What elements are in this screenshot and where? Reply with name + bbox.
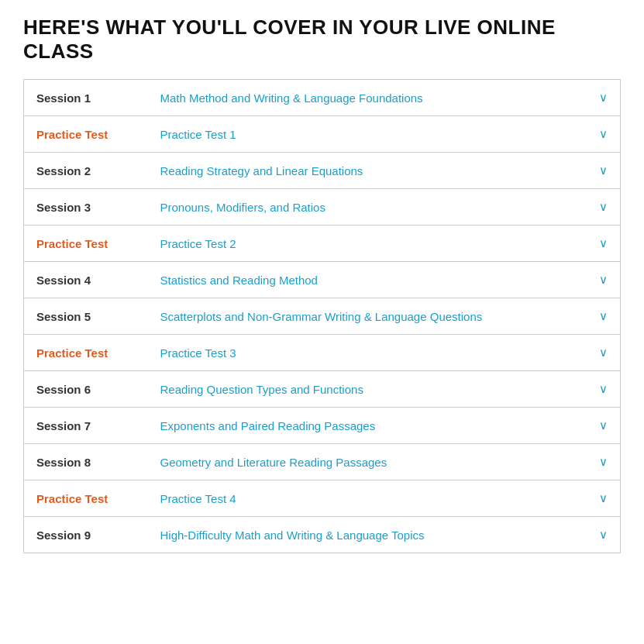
chevron-icon[interactable]: ∨: [587, 262, 621, 298]
row-content: Reading Question Types and Functions: [148, 371, 587, 408]
practice-label: Practice Test: [24, 226, 148, 262]
table-row[interactable]: Session 4Statistics and Reading Method∨: [24, 262, 621, 298]
page-heading: HERE'S WHAT YOU'LL COVER IN YOUR LIVE ON…: [23, 15, 621, 64]
row-content: Practice Test 3: [148, 335, 587, 371]
row-content: Geometry and Literature Reading Passages: [148, 444, 587, 480]
table-row[interactable]: Practice TestPractice Test 1∨: [24, 116, 621, 153]
row-content: Practice Test 2: [148, 226, 587, 262]
chevron-icon[interactable]: ∨: [587, 116, 621, 153]
row-content: Exponents and Paired Reading Passages: [148, 408, 587, 444]
session-label: Session 8: [24, 444, 148, 480]
chevron-icon[interactable]: ∨: [587, 298, 621, 335]
chevron-icon[interactable]: ∨: [587, 480, 621, 517]
chevron-icon[interactable]: ∨: [587, 408, 621, 444]
chevron-icon[interactable]: ∨: [587, 371, 621, 408]
row-content: Reading Strategy and Linear Equations: [148, 153, 587, 189]
table-row[interactable]: Session 5Scatterplots and Non-Grammar Wr…: [24, 298, 621, 335]
session-label: Session 7: [24, 408, 148, 444]
table-row[interactable]: Session 8Geometry and Literature Reading…: [24, 444, 621, 480]
chevron-icon[interactable]: ∨: [587, 335, 621, 371]
chevron-icon[interactable]: ∨: [587, 517, 621, 553]
session-label: Session 1: [24, 80, 148, 116]
row-content: Math Method and Writing & Language Found…: [148, 80, 587, 116]
session-label: Session 9: [24, 517, 148, 553]
table-row[interactable]: Practice TestPractice Test 4∨: [24, 480, 621, 517]
row-content: Practice Test 4: [148, 480, 587, 517]
row-content: Statistics and Reading Method: [148, 262, 587, 298]
row-content: Practice Test 1: [148, 116, 587, 153]
session-label: Session 4: [24, 262, 148, 298]
chevron-icon[interactable]: ∨: [587, 226, 621, 262]
session-label: Session 3: [24, 189, 148, 226]
row-content: Pronouns, Modifiers, and Ratios: [148, 189, 587, 226]
table-row[interactable]: Session 9High-Difficulty Math and Writin…: [24, 517, 621, 553]
table-row[interactable]: Session 1Math Method and Writing & Langu…: [24, 80, 621, 116]
table-row[interactable]: Session 2Reading Strategy and Linear Equ…: [24, 153, 621, 189]
curriculum-table: Session 1Math Method and Writing & Langu…: [23, 79, 621, 553]
table-row[interactable]: Session 7Exponents and Paired Reading Pa…: [24, 408, 621, 444]
chevron-icon[interactable]: ∨: [587, 189, 621, 226]
table-row[interactable]: Session 6Reading Question Types and Func…: [24, 371, 621, 408]
table-row[interactable]: Practice TestPractice Test 3∨: [24, 335, 621, 371]
practice-label: Practice Test: [24, 116, 148, 153]
chevron-icon[interactable]: ∨: [587, 444, 621, 480]
row-content: High-Difficulty Math and Writing & Langu…: [148, 517, 587, 553]
session-label: Session 5: [24, 298, 148, 335]
row-content: Scatterplots and Non-Grammar Writing & L…: [148, 298, 587, 335]
session-label: Session 6: [24, 371, 148, 408]
session-label: Session 2: [24, 153, 148, 189]
table-row[interactable]: Practice TestPractice Test 2∨: [24, 226, 621, 262]
practice-label: Practice Test: [24, 480, 148, 517]
chevron-icon[interactable]: ∨: [587, 80, 621, 116]
practice-label: Practice Test: [24, 335, 148, 371]
chevron-icon[interactable]: ∨: [587, 153, 621, 189]
table-row[interactable]: Session 3Pronouns, Modifiers, and Ratios…: [24, 189, 621, 226]
page-container: HERE'S WHAT YOU'LL COVER IN YOUR LIVE ON…: [0, 0, 644, 577]
